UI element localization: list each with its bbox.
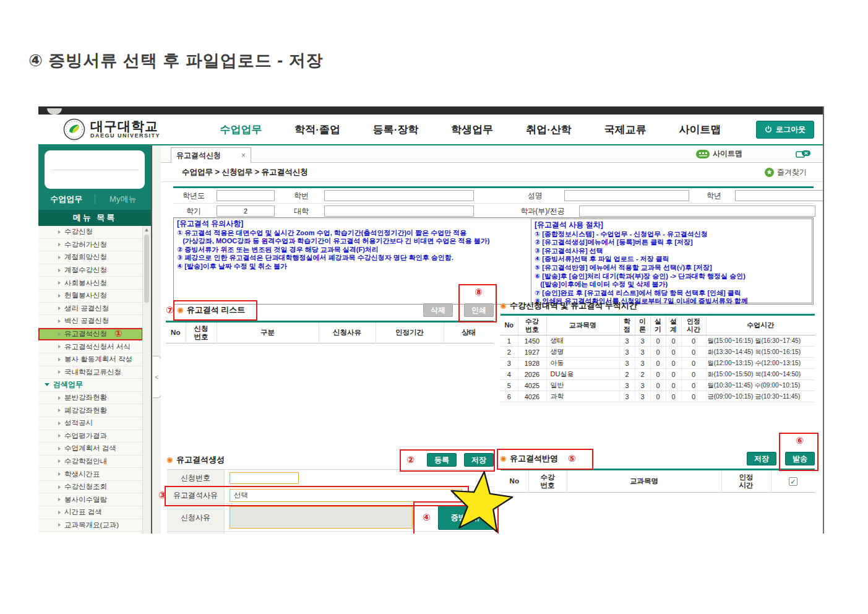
cell: 0	[650, 391, 666, 402]
sidebar-item-수강학점안내[interactable]: 수강학점안내	[38, 456, 143, 469]
sidebar-item-봉사이수열람[interactable]: 봉사이수열람	[38, 493, 143, 506]
arrow-right-icon	[58, 511, 61, 514]
nav-item-취업·산학[interactable]: 취업·산학	[526, 123, 572, 137]
cell: 0	[650, 369, 666, 380]
tab-absence-request[interactable]: 유고결석신청 ×	[171, 147, 251, 163]
cell: 0	[681, 358, 706, 369]
sidebar-item-label: 성적공시	[64, 418, 93, 428]
register-button[interactable]: 등록	[427, 453, 457, 467]
sidebar-item-수강신청[interactable]: 수강신청	[38, 226, 143, 239]
favorite-link[interactable]: 즐겨찾기	[765, 167, 807, 178]
notice-procedure-line: ② [유고결석생성]메뉴에서 [등록]버튼 클릭 후 [저장]	[535, 238, 809, 247]
sidebar-tab-lecture[interactable]: 수업업무	[38, 194, 95, 205]
sidebar-item-label: 교과목개요(교과)	[64, 521, 119, 530]
field-input-학번[interactable]	[324, 190, 474, 201]
nav-item-등록·장학[interactable]: 등록·장학	[373, 123, 419, 137]
request-no-label: 신청번호	[167, 470, 225, 486]
request-no-input[interactable]	[230, 472, 299, 484]
sidebar-item-label: 수강허가신청	[64, 240, 107, 249]
nav-item-수업업무[interactable]: 수업업무	[220, 123, 262, 137]
enroll-col-header: 설 계	[666, 315, 681, 335]
sidebar-item-수강신청조회[interactable]: 수강신청조회	[38, 481, 143, 494]
sitemap-link[interactable]: 사이트맵	[696, 149, 742, 159]
sidebar-item-성적공시[interactable]: 성적공시	[38, 417, 143, 430]
notice-procedure-line: ③ [유고결석사유] 선택	[535, 247, 809, 256]
cell: 생명	[546, 347, 619, 358]
enrolled-courses-section: 수강신청내역 및 유고결석 누적시간 No수강 번호교과목명학 점이 론실 기설…	[501, 300, 815, 402]
sidebar-item-사회봉사신청[interactable]: 사회봉사신청	[38, 277, 143, 290]
cell: 3	[619, 358, 635, 369]
favorite-star-icon	[765, 168, 774, 177]
sidebar-item-국내학점교류신청[interactable]: 국내학점교류신청	[38, 366, 143, 379]
sidebar-item-유고결석신청[interactable]: 유고결석신청①	[38, 328, 143, 341]
sidebar-item-백신 공결신청[interactable]: 백신 공결신청	[38, 315, 143, 328]
sidebar-item-생리 공결신청[interactable]: 생리 공결신청	[38, 303, 143, 316]
absence-reason-select[interactable]: 선택 ∨	[230, 489, 462, 502]
cell: 1928	[518, 358, 546, 369]
sidebar-item-교과목개요(교과)[interactable]: 교과목개요(교과)	[38, 519, 143, 532]
arrow-right-icon	[58, 459, 61, 463]
sidebar-collapse-handle[interactable]: <	[153, 356, 161, 398]
nav-item-학생업무[interactable]: 학생업무	[451, 123, 493, 137]
sidebar-item-학생시간표[interactable]: 학생시간표	[38, 468, 143, 481]
breadcrumb: 수업업무 > 신청업무 > 유고결석신청	[182, 167, 308, 178]
field-input-학년도[interactable]	[217, 190, 275, 201]
cell: 3	[619, 347, 635, 358]
request-reason-textarea[interactable]	[230, 506, 413, 529]
field-input-학기[interactable]: 2	[217, 205, 275, 217]
create-save-button[interactable]: 저장	[464, 453, 494, 467]
sidebar-scrollbar[interactable]	[142, 226, 151, 534]
arrow-right-icon	[58, 523, 61, 527]
sidebar-item-헌혈봉사신청[interactable]: 헌혈봉사신청	[38, 290, 143, 303]
sidebar-item-label: 유고결석신청	[64, 329, 107, 339]
delete-button[interactable]: 삭제	[423, 303, 453, 317]
cell: 0	[650, 358, 666, 369]
field-label-학과(부)/전공: 학과(부)/전공	[509, 206, 577, 217]
enrolled-courses-title: 수강신청내역 및 유고결석 누적시간	[510, 300, 637, 311]
field-label-학년: 학년	[695, 191, 733, 201]
tab-close-icon[interactable]: ×	[241, 151, 246, 160]
sidebar-item-유고결석신청서 서식[interactable]: 유고결석신청서 서식	[38, 340, 143, 353]
sidebar-item-폐강강좌현황[interactable]: 폐강강좌현황	[38, 404, 143, 417]
sidebar-item-분반강좌현황[interactable]: 분반강좌현황	[38, 392, 143, 405]
apply-save-button[interactable]: 저장	[747, 452, 776, 465]
sidebar-item-label: 검색업무	[53, 379, 83, 390]
sidebar-item-수업평가결과[interactable]: 수업평가결과	[38, 430, 143, 443]
sidebar-item-label: 생리 공결신청	[64, 304, 109, 313]
cell: 월(10:30~11:45) 수(09:00~10:15)	[706, 380, 815, 391]
section-bullet-icon	[167, 457, 173, 463]
field-input-학년[interactable]	[735, 190, 824, 201]
sidebar-item-label: 학생시간표	[64, 470, 100, 479]
sidebar-item-수강허가신청[interactable]: 수강허가신청	[38, 239, 143, 252]
notice-procedure-line: ⑦ [승인]완료 후 [유고결석 리스트]에서 해당 항목 선택후 [인쇄] 클…	[535, 289, 809, 298]
logout-button[interactable]: 로그아웃	[756, 121, 814, 139]
sidebar-item-시간표 검색[interactable]: 시간표 검색	[38, 506, 143, 519]
sidebar-item-검색업무[interactable]: 검색업무	[38, 379, 143, 392]
sidebar-tab-mymenu[interactable]: My메뉴	[95, 194, 152, 205]
select-all-checkbox[interactable]: ✓	[789, 477, 797, 486]
field-input-성명[interactable]	[564, 190, 689, 201]
send-button[interactable]: 발송	[785, 452, 815, 465]
arrow-right-icon	[58, 243, 61, 246]
sidebar-item-취업전직훈련[interactable]: 취업전직훈련	[38, 532, 143, 534]
nav-item-국제교류[interactable]: 국제교류	[604, 123, 647, 137]
sidebar-item-계절희망신청[interactable]: 계절희망신청	[38, 251, 143, 264]
nav-item-사이트맵[interactable]: 사이트맵	[679, 123, 721, 137]
notice-cautions-line: ① 유고결석 적용은 대면수업 및 실시간 Zoom 수업, 학습기간(출석인정…	[177, 229, 527, 238]
arrow-right-icon	[58, 256, 61, 259]
field-input-대학[interactable]	[324, 205, 474, 217]
print-button[interactable]: 인쇄	[464, 303, 494, 317]
content-area: 유고결석신청 × 사이트맵	[161, 145, 823, 534]
sidebar-item-수업계획서 검색[interactable]: 수업계획서 검색	[38, 443, 143, 456]
arrow-right-icon	[58, 422, 61, 425]
notice-cautions-line: ③ 폐강으로 인한 유고결석은 단과대학행정실에서 폐강과목 수강신청자 명단 …	[177, 254, 527, 262]
field-input-학과(부)/전공[interactable]	[579, 205, 815, 217]
sidebar-item-label: 헌혈봉사신청	[64, 291, 107, 300]
sidebar-item-봉사 활동계획서 작성[interactable]: 봉사 활동계획서 작성	[38, 353, 143, 366]
nav-item-학적·졸업[interactable]: 학적·졸업	[294, 123, 340, 137]
list-col-header: 신청사유	[319, 322, 376, 344]
page-tab-bar: 유고결석신청 × 사이트맵	[161, 145, 823, 163]
absence-apply-title: 유고결석반영	[510, 453, 558, 464]
window-popup-icon[interactable]	[796, 150, 812, 161]
sidebar-item-계절수강신청[interactable]: 계절수강신청	[38, 264, 143, 277]
